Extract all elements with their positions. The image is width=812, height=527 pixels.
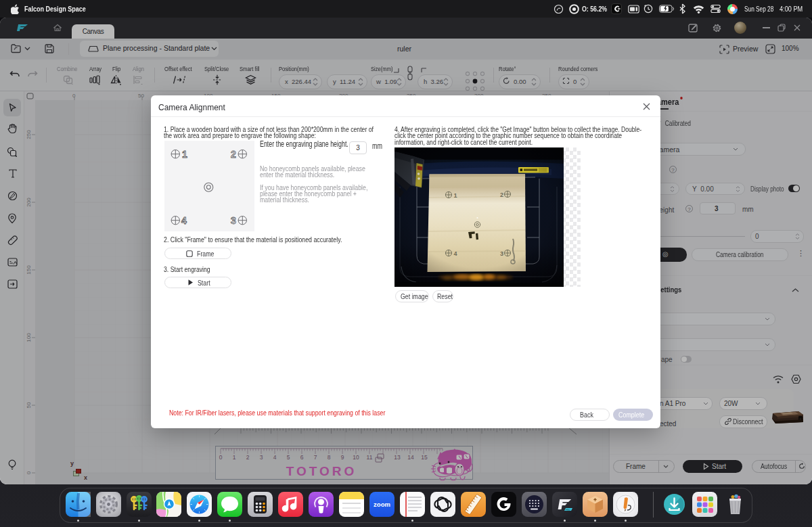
svg-text:PRO: PRO [566,509,570,511]
svg-text:4: 4 [181,215,187,226]
svg-text:2: 2 [231,149,236,160]
svg-text:3: 3 [231,215,236,226]
svg-text:1: 1 [182,149,187,160]
